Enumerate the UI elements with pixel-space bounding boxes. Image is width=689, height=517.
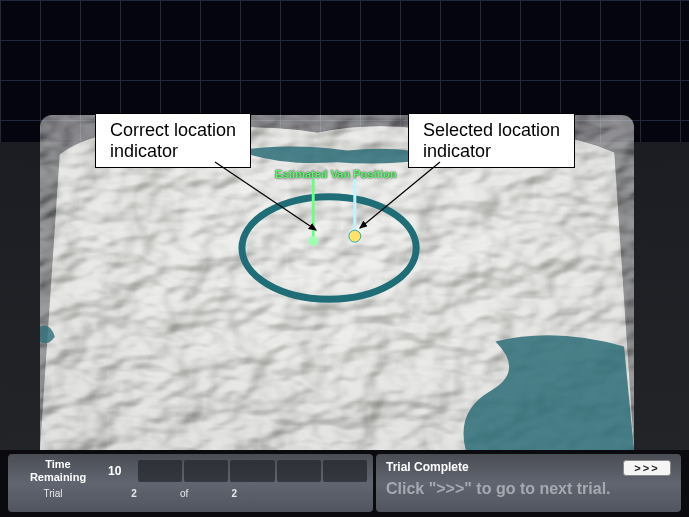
callout-correct-location: Correct location indicator: [95, 113, 251, 168]
trial-current: 2: [128, 488, 140, 499]
callout-line: Selected location: [423, 120, 560, 141]
svg-point-4: [349, 230, 361, 242]
trial-instruction: Click ">>>" to go to next trial.: [386, 480, 671, 498]
callout-selected-location: Selected location indicator: [408, 113, 575, 168]
terrain-viewport: Estimated Van Position Correct location …: [0, 0, 689, 450]
trial-label: Trial: [18, 488, 88, 499]
hud-left-panel: Time Remaining 10 Trial 2 of 2: [8, 454, 373, 512]
callout-line: indicator: [110, 141, 236, 162]
callout-line: Correct location: [110, 120, 236, 141]
hud-bar: Time Remaining 10 Trial 2 of 2 Trial Com…: [8, 454, 681, 512]
callout-line: indicator: [423, 141, 560, 162]
hud-right-panel: Trial Complete Click ">>>" to go to next…: [376, 454, 681, 512]
trial-total: 2: [228, 488, 240, 499]
svg-point-2: [308, 236, 318, 246]
time-remaining-label: Time Remaining: [8, 458, 108, 484]
next-trial-button[interactable]: >>>: [623, 460, 671, 476]
time-remaining-value: 10: [108, 464, 138, 478]
time-bars: [138, 454, 373, 488]
trial-of: of: [180, 488, 188, 499]
beacon-label: Estimated Van Position: [275, 168, 397, 180]
